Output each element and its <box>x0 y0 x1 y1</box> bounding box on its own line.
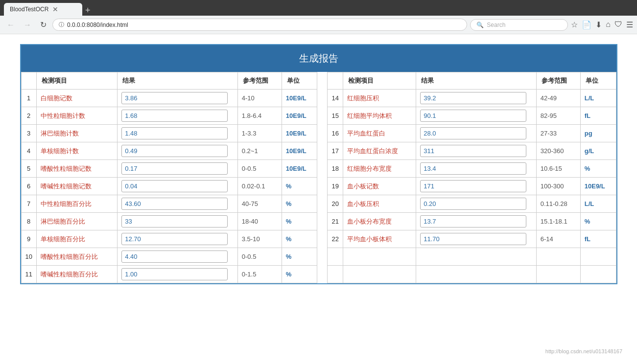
left-item-name: 单核细胞百分比 <box>36 230 117 248</box>
right-item-name: 红细胞分布宽度 <box>343 160 416 178</box>
right-value-input[interactable] <box>420 180 526 192</box>
left-item-name: 嗜碱性粒细胞记数 <box>36 178 117 195</box>
right-unit <box>580 266 616 283</box>
right-value-input[interactable] <box>420 92 526 104</box>
left-value-input[interactable] <box>121 198 228 210</box>
left-item-name: 嗜碱性粒细胞百分比 <box>36 266 117 283</box>
search-placeholder: Search <box>487 22 505 28</box>
new-tab-button[interactable]: + <box>83 5 93 16</box>
left-ref: 0.02-0.1 <box>237 178 282 195</box>
left-result[interactable] <box>118 178 237 195</box>
left-value-input[interactable] <box>121 145 228 157</box>
left-result[interactable] <box>118 266 237 283</box>
refresh-button[interactable]: ↻ <box>37 19 49 30</box>
bookmark-icon[interactable]: ☆ <box>571 20 578 29</box>
right-result[interactable] <box>416 266 536 283</box>
left-value-input[interactable] <box>121 92 228 104</box>
right-value-input[interactable] <box>420 145 526 157</box>
table-row: 5 嗜酸性粒细胞记数 0-0.5 10E9/L 18 红细胞分布宽度 10.6-… <box>21 160 616 178</box>
right-ref: 27-33 <box>536 125 580 142</box>
tab-bar: BloodTestOCR ✕ + <box>4 3 93 16</box>
right-result[interactable] <box>416 107 536 125</box>
right-ref: 320-360 <box>536 142 580 160</box>
right-result[interactable] <box>416 142 536 160</box>
table-row: 1 白细胞记数 4-10 10E9/L 14 红细胞压积 42-49 L/L <box>21 90 616 107</box>
left-result[interactable] <box>118 90 237 107</box>
right-result[interactable] <box>416 125 536 142</box>
left-ref: 40-75 <box>237 195 282 213</box>
right-row-num <box>328 248 343 266</box>
right-result[interactable] <box>416 248 536 266</box>
right-value-input[interactable] <box>420 233 526 245</box>
right-value-input[interactable] <box>420 110 526 122</box>
home-icon[interactable]: ⌂ <box>606 20 611 29</box>
left-result[interactable] <box>118 195 237 213</box>
left-result[interactable] <box>118 230 237 248</box>
divider-cell <box>317 230 328 248</box>
left-item-name: 淋巴细胞百分比 <box>36 213 117 230</box>
back-button[interactable]: ← <box>4 20 18 30</box>
left-value-input[interactable] <box>121 162 228 175</box>
right-value-input[interactable] <box>420 198 526 210</box>
left-value-input[interactable] <box>121 233 228 245</box>
main-content: 生成报告 检测项目 结果 参考范围 单位 检测项目 结果 参考范围 单位 <box>0 34 637 328</box>
left-result[interactable] <box>118 125 237 142</box>
download-icon[interactable]: ⬇ <box>595 20 602 29</box>
right-value-input[interactable] <box>420 215 526 228</box>
left-unit: % <box>282 230 317 248</box>
right-unit: pg <box>580 125 616 142</box>
left-result[interactable] <box>118 142 237 160</box>
right-result[interactable] <box>416 213 536 230</box>
divider-cell <box>317 107 328 125</box>
report-container: 生成报告 检测项目 结果 参考范围 单位 检测项目 结果 参考范围 单位 <box>20 44 617 284</box>
left-item-name: 中性粒细胞计数 <box>36 107 117 125</box>
search-icon: 🔍 <box>476 22 484 28</box>
right-result[interactable] <box>416 160 536 178</box>
right-result[interactable] <box>416 230 536 248</box>
reader-icon[interactable]: 📄 <box>582 20 591 29</box>
url-bar[interactable]: ⓘ 0.0.0.0:8080/index.html <box>52 19 467 31</box>
right-item-name: 血小板记数 <box>343 178 416 195</box>
left-value-input[interactable] <box>121 127 228 139</box>
left-value-input[interactable] <box>121 180 228 192</box>
table-row: 7 中性粒细胞百分比 40-75 % 20 血小板压积 0.11-0.28 L/… <box>21 195 616 213</box>
left-result[interactable] <box>118 160 237 178</box>
table-row: 2 中性粒细胞计数 1.8-6.4 10E9/L 15 红细胞平均体积 82-9… <box>21 107 616 125</box>
left-unit: % <box>282 248 317 266</box>
left-item-name: 嗜酸性粒细胞百分比 <box>36 248 117 266</box>
right-result[interactable] <box>416 90 536 107</box>
right-value-input[interactable] <box>420 127 526 139</box>
right-row-num: 14 <box>328 90 343 107</box>
left-ref: 3.5-10 <box>237 230 282 248</box>
left-ref: 1.8-6.4 <box>237 107 282 125</box>
left-ref: 0-0.5 <box>237 160 282 178</box>
divider-cell <box>317 213 328 230</box>
tab-close-button[interactable]: ✕ <box>52 5 58 13</box>
browser-chrome: BloodTestOCR ✕ + <box>0 0 637 16</box>
left-item-name: 嗜酸性粒细胞记数 <box>36 160 117 178</box>
right-item-name: 平均血红蛋白 <box>343 125 416 142</box>
right-value-input[interactable] <box>420 162 526 175</box>
right-ref: 6-14 <box>536 230 580 248</box>
right-result[interactable] <box>416 195 536 213</box>
active-tab[interactable]: BloodTestOCR ✕ <box>4 3 82 16</box>
search-bar[interactable]: 🔍 Search <box>470 19 568 31</box>
left-result[interactable] <box>118 213 237 230</box>
menu-icon[interactable]: ☰ <box>626 20 633 29</box>
left-ref: 4-10 <box>237 90 282 107</box>
left-ref: 1-3.3 <box>237 125 282 142</box>
left-value-input[interactable] <box>121 250 228 263</box>
header-unit-left: 单位 <box>282 72 317 90</box>
shield-icon[interactable]: 🛡 <box>614 20 622 29</box>
right-result[interactable] <box>416 178 536 195</box>
tab-title: BloodTestOCR <box>10 6 48 13</box>
left-value-input[interactable] <box>121 110 228 122</box>
left-value-input[interactable] <box>121 215 228 228</box>
right-ref: 82-95 <box>536 107 580 125</box>
left-value-input[interactable] <box>121 268 228 280</box>
left-result[interactable] <box>118 107 237 125</box>
left-unit: 10E9/L <box>282 107 317 125</box>
forward-button[interactable]: → <box>21 20 34 30</box>
right-row-num: 19 <box>328 178 343 195</box>
left-result[interactable] <box>118 248 237 266</box>
